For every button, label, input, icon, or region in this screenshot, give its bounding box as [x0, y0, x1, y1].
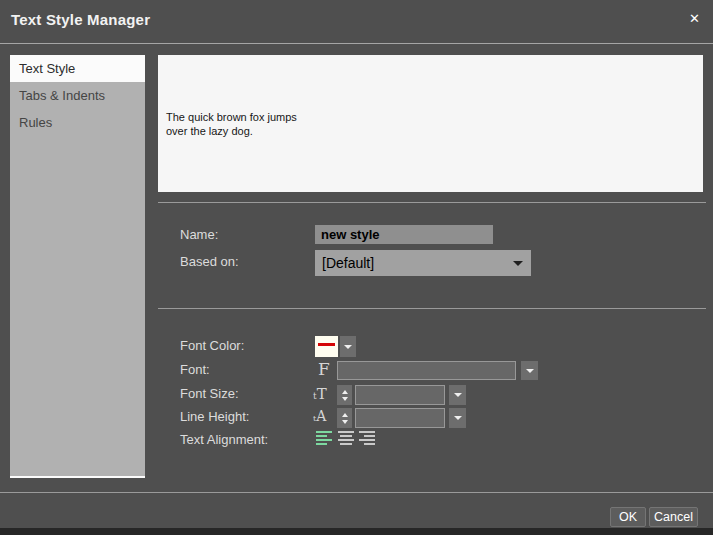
chevron-down-icon [513, 261, 523, 266]
style-name-input[interactable] [315, 225, 493, 244]
align-left-icon[interactable] [316, 431, 332, 446]
based-on-label: Based on: [180, 254, 239, 269]
font-color-dropdown-button[interactable] [340, 336, 356, 357]
chevron-down-icon [526, 369, 534, 373]
line-height-stepper[interactable] [337, 408, 352, 428]
stepper-up-icon [342, 413, 348, 417]
stepper-up-icon [342, 390, 348, 394]
font-size-input[interactable] [356, 387, 444, 405]
separator [158, 202, 706, 203]
font-size-dropdown-button[interactable] [449, 385, 466, 405]
close-icon[interactable]: ✕ [689, 11, 700, 27]
ok-button[interactable]: OK [610, 507, 646, 527]
based-on-value: [Default] [322, 255, 374, 271]
font-dropdown-button[interactable] [521, 361, 538, 380]
font-field-wrap [337, 361, 516, 380]
font-label: Font: [180, 362, 210, 377]
title-bar: Text Style Manager ✕ [0, 0, 713, 44]
chevron-down-icon [344, 345, 352, 349]
line-height-input[interactable] [356, 410, 444, 428]
align-center-icon[interactable] [338, 431, 354, 446]
sidebar: Text Style Tabs & Indents Rules [10, 55, 145, 478]
dialog-title: Text Style Manager [11, 11, 150, 28]
font-size-icon: tT [313, 385, 327, 403]
chevron-down-icon [454, 416, 462, 420]
text-alignment-label: Text Alignment: [180, 432, 268, 447]
preview-line-2: over the lazy dog. [166, 124, 297, 138]
text-style-manager-dialog: Text Style Manager ✕ Text Style Tabs & I… [0, 0, 713, 535]
line-height-dropdown-button[interactable] [449, 408, 466, 428]
based-on-dropdown[interactable]: [Default] [315, 250, 531, 276]
line-height-field-wrap [355, 408, 445, 428]
separator [158, 308, 706, 309]
sidebar-item-rules[interactable]: Rules [10, 109, 145, 136]
stepper-down-icon [342, 397, 348, 401]
stepper-down-icon [342, 420, 348, 424]
font-size-label: Font Size: [180, 386, 239, 401]
font-color-label: Font Color: [180, 338, 244, 353]
line-height-label: Line Height: [180, 409, 249, 424]
font-input[interactable] [338, 364, 515, 381]
font-color-sample [318, 343, 335, 346]
separator [0, 492, 713, 493]
cancel-button[interactable]: Cancel [649, 507, 698, 527]
preview-line-1: The quick brown fox jumps [166, 110, 297, 124]
sidebar-item-text-style[interactable]: Text Style [10, 55, 145, 82]
font-size-field-wrap [355, 385, 445, 405]
font-color-swatch[interactable] [315, 336, 338, 357]
chevron-down-icon [454, 393, 462, 397]
font-size-stepper[interactable] [337, 385, 352, 405]
sidebar-item-tabs-indents[interactable]: Tabs & Indents [10, 82, 145, 109]
style-preview-panel: The quick brown fox jumps over the lazy … [158, 55, 703, 192]
window-bottom-edge [0, 528, 713, 535]
name-label: Name: [180, 227, 218, 242]
preview-sample-text: The quick brown fox jumps over the lazy … [166, 110, 297, 138]
line-height-icon: tA [313, 408, 326, 424]
font-icon: F [318, 359, 330, 379]
align-right-icon[interactable] [359, 431, 375, 446]
